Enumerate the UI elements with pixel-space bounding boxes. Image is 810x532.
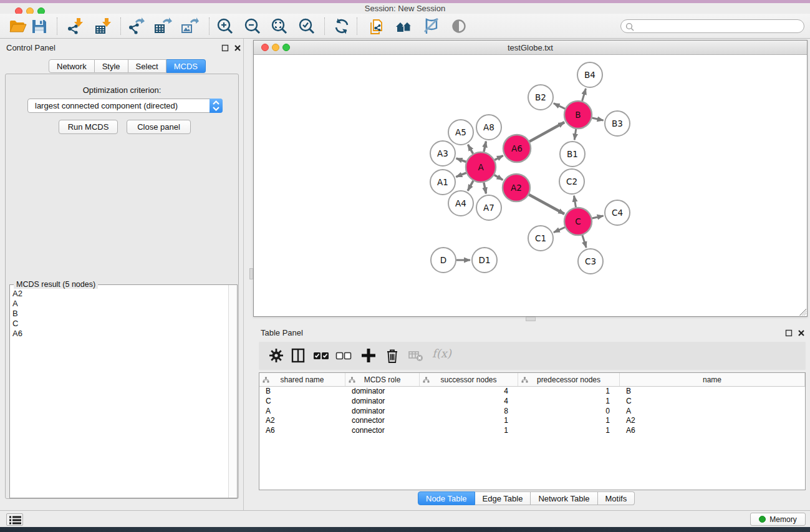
- tab-select[interactable]: Select: [128, 59, 166, 73]
- edge-A6-B[interactable]: [529, 122, 564, 142]
- edge-C-C4[interactable]: [592, 216, 603, 218]
- zoom-out-icon[interactable]: [243, 17, 262, 36]
- graph-node-C4[interactable]: C4: [605, 200, 630, 225]
- export-table-icon[interactable]: [153, 17, 172, 36]
- float-panel-icon[interactable]: [785, 329, 793, 337]
- column-header-predecessor-nodes[interactable]: predecessor nodes: [518, 373, 620, 386]
- network-close-button[interactable]: [261, 44, 269, 51]
- clone-network-icon[interactable]: [368, 17, 387, 36]
- edge-B-B3[interactable]: [592, 118, 603, 120]
- graph-node-A8[interactable]: A8: [476, 115, 501, 140]
- column-header-name[interactable]: name: [620, 373, 805, 386]
- search-input[interactable]: [637, 21, 799, 32]
- graph-node-C[interactable]: C: [564, 208, 592, 235]
- edge-A-A4[interactable]: [468, 181, 473, 191]
- zoom-in-icon[interactable]: [216, 17, 234, 36]
- float-panel-icon[interactable]: [221, 44, 229, 52]
- edge-C-C3[interactable]: [582, 235, 586, 248]
- graph-node-A7[interactable]: A7: [476, 195, 501, 220]
- table-row[interactable]: Cdominator41C: [259, 397, 805, 407]
- table-row[interactable]: A2connector11A2: [259, 416, 805, 426]
- edge-A-A3[interactable]: [456, 158, 466, 162]
- column-header-MCDS-role[interactable]: MCDS role: [345, 373, 420, 386]
- mcds-result-item[interactable]: A2: [10, 289, 228, 299]
- edge-A2-C[interactable]: [529, 195, 564, 214]
- first-neighbors-icon[interactable]: [395, 17, 413, 36]
- close-panel-icon[interactable]: [234, 44, 241, 52]
- tab-node-table[interactable]: Node Table: [418, 491, 475, 505]
- run-mcds-button[interactable]: Run MCDS: [59, 120, 118, 134]
- graph-node-C3[interactable]: C3: [578, 249, 603, 274]
- create-column-icon[interactable]: [360, 347, 377, 364]
- graph-node-D[interactable]: D: [431, 248, 456, 273]
- refresh-icon[interactable]: [332, 17, 351, 36]
- network-window-titlebar[interactable]: testGlobe.txt: [254, 41, 807, 55]
- mcds-result-item[interactable]: C: [10, 319, 228, 329]
- deselect-all-icon[interactable]: [335, 347, 352, 364]
- network-canvas[interactable]: B4B2BB3B1A5A8A6A3AA1C2A2A4A7C4CC1C3DD1: [254, 55, 807, 316]
- edge-B-B2[interactable]: [554, 104, 565, 109]
- edge-B-B1[interactable]: [574, 129, 576, 140]
- column-header-successor-nodes[interactable]: successor nodes: [420, 373, 518, 386]
- edge-A-A8[interactable]: [484, 142, 486, 152]
- graph-node-B[interactable]: B: [564, 101, 592, 128]
- export-image-icon[interactable]: [180, 17, 199, 36]
- graph-node-B1[interactable]: B1: [560, 142, 585, 167]
- table-settings-gear-icon[interactable]: [268, 347, 285, 364]
- graph-node-A1[interactable]: A1: [430, 170, 455, 195]
- mcds-result-item[interactable]: A6: [10, 329, 228, 339]
- import-network-icon[interactable]: [66, 17, 85, 36]
- close-panel-button[interactable]: Close panel: [127, 120, 191, 134]
- graph-node-A4[interactable]: A4: [448, 191, 473, 216]
- edge-A-A6[interactable]: [494, 155, 503, 160]
- graph-node-C1[interactable]: C1: [528, 226, 553, 251]
- show-columns-icon[interactable]: [289, 347, 307, 364]
- tab-motifs[interactable]: Motifs: [598, 491, 635, 505]
- delete-column-trash-icon[interactable]: [383, 347, 401, 364]
- graph-node-B2[interactable]: B2: [528, 85, 553, 110]
- network-minimize-button[interactable]: [272, 44, 279, 51]
- show-graphics-details-icon[interactable]: [450, 17, 468, 36]
- edge-A-A7[interactable]: [484, 183, 486, 194]
- edge-A-A5[interactable]: [468, 145, 473, 153]
- graph-node-A2[interactable]: A2: [503, 174, 530, 201]
- resize-grip[interactable]: [798, 307, 806, 316]
- task-history-button[interactable]: [6, 513, 23, 526]
- graph-node-B3[interactable]: B3: [605, 111, 630, 136]
- criterion-dropdown[interactable]: largest connected component (directed): [27, 99, 223, 113]
- edge-C-C2[interactable]: [574, 196, 576, 208]
- tab-network[interactable]: Network: [49, 59, 95, 73]
- search-field[interactable]: [620, 19, 804, 33]
- memory-button[interactable]: Memory: [750, 513, 806, 526]
- zoom-selected-icon[interactable]: [297, 17, 316, 36]
- tab-style[interactable]: Style: [95, 59, 128, 73]
- close-panel-icon[interactable]: [798, 329, 805, 337]
- graph-node-A6[interactable]: A6: [503, 135, 531, 162]
- mcds-result-item[interactable]: B: [10, 309, 228, 319]
- tab-network-table[interactable]: Network Table: [531, 491, 597, 505]
- edge-B-B4[interactable]: [582, 89, 586, 101]
- column-header-shared-name[interactable]: shared name: [259, 373, 345, 386]
- edge-A-A1[interactable]: [456, 173, 466, 177]
- splitter-handle-bottom[interactable]: [526, 317, 536, 321]
- network-maximize-button[interactable]: [282, 44, 290, 51]
- graph-node-C2[interactable]: C2: [559, 169, 584, 194]
- edge-C-C1[interactable]: [554, 227, 565, 232]
- graph-node-A[interactable]: A: [466, 152, 496, 182]
- save-session-icon[interactable]: [30, 17, 49, 36]
- tab-mcds[interactable]: MCDS: [166, 59, 206, 73]
- graph-node-B4[interactable]: B4: [577, 62, 602, 87]
- hide-graphics-details-icon[interactable]: [422, 17, 440, 36]
- mcds-result-scrollbar[interactable]: [228, 285, 237, 498]
- import-table-icon[interactable]: [94, 17, 113, 36]
- table-row[interactable]: Bdominator41B: [259, 387, 805, 397]
- edge-A-A2[interactable]: [494, 175, 503, 180]
- mcds-result-item[interactable]: A: [10, 299, 228, 309]
- open-file-icon[interactable]: [8, 17, 27, 36]
- graph-node-A3[interactable]: A3: [430, 141, 455, 166]
- table-row[interactable]: A6connector11A6: [259, 426, 805, 436]
- export-network-icon[interactable]: [127, 17, 145, 36]
- graph-node-D1[interactable]: D1: [472, 248, 497, 273]
- zoom-fit-icon[interactable]: [270, 17, 289, 36]
- table-row[interactable]: Adominator80A: [259, 407, 805, 417]
